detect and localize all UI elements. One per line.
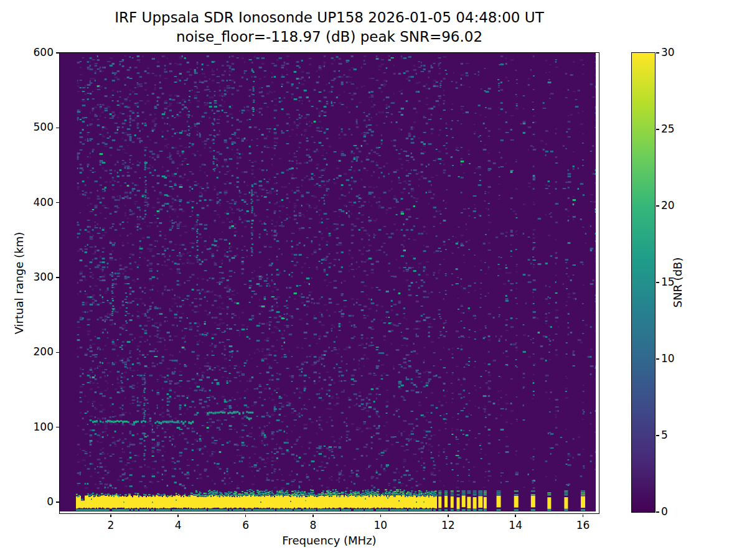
figure-title: IRF Uppsala SDR Ionosonde UP158 2026-01-…: [60, 8, 599, 27]
colorbar-tick-label: 5: [661, 429, 688, 441]
colorbar-tick-mark: [656, 435, 659, 436]
x-tick-mark: [515, 515, 516, 518]
y-tick-label: 100: [21, 421, 54, 433]
plot-area: [59, 52, 599, 514]
colorbar-tick-label: 25: [661, 123, 688, 135]
y-tick-mark: [56, 502, 59, 503]
colorbar-tick-mark: [656, 282, 659, 283]
y-tick-label: 200: [21, 345, 54, 358]
y-tick-mark: [56, 277, 59, 278]
y-tick-mark: [56, 202, 59, 203]
y-tick-label: 300: [21, 271, 54, 283]
colorbar-tick-mark: [656, 52, 659, 54]
x-tick-label: 2: [97, 519, 125, 531]
colorbar-tick-mark: [656, 358, 659, 360]
x-tick-mark: [448, 515, 449, 518]
x-tick-label: 10: [367, 519, 394, 531]
x-tick-mark: [177, 515, 179, 518]
x-tick-label: 16: [570, 519, 597, 531]
x-tick-mark: [380, 515, 382, 518]
y-tick-mark: [56, 52, 59, 54]
x-tick-label: 4: [164, 519, 192, 531]
colorbar-tick-label: 30: [661, 46, 688, 58]
x-axis-label: Frequency (MHz): [60, 534, 599, 547]
colorbar-tick-mark: [656, 511, 659, 513]
colorbar-tick-label: 20: [661, 199, 688, 212]
colorbar-tick-mark: [656, 129, 659, 130]
y-axis-label: Virtual range (km): [12, 221, 27, 345]
ionogram-figure: IRF Uppsala SDR Ionosonde UP158 2026-01-…: [0, 0, 747, 560]
x-tick-mark: [312, 515, 314, 518]
y-tick-label: 600: [21, 46, 54, 58]
colorbar-tick-label: 0: [661, 505, 688, 518]
colorbar-gradient: [632, 53, 655, 512]
colorbar-label: SNR (dB): [671, 220, 686, 345]
x-tick-mark: [583, 515, 584, 518]
figure-subtitle: noise_floor=-118.97 (dB) peak SNR=96.02: [60, 27, 599, 47]
ionogram-heatmap: [60, 53, 599, 513]
y-tick-mark: [56, 352, 59, 353]
y-tick-label: 400: [21, 196, 54, 208]
colorbar-tick-label: 10: [661, 352, 688, 365]
colorbar: [631, 52, 655, 513]
y-tick-label: 500: [21, 121, 54, 133]
figure-title-block: IRF Uppsala SDR Ionosonde UP158 2026-01-…: [60, 8, 599, 47]
x-tick-label: 8: [299, 519, 327, 531]
x-tick-mark: [110, 515, 111, 518]
y-tick-mark: [56, 128, 59, 129]
y-tick-mark: [56, 427, 59, 428]
x-tick-label: 14: [502, 519, 529, 531]
x-tick-label: 12: [435, 519, 462, 531]
y-tick-label: 0: [21, 495, 54, 508]
colorbar-tick-mark: [656, 205, 659, 207]
x-tick-mark: [245, 515, 247, 518]
x-tick-label: 6: [232, 519, 260, 531]
